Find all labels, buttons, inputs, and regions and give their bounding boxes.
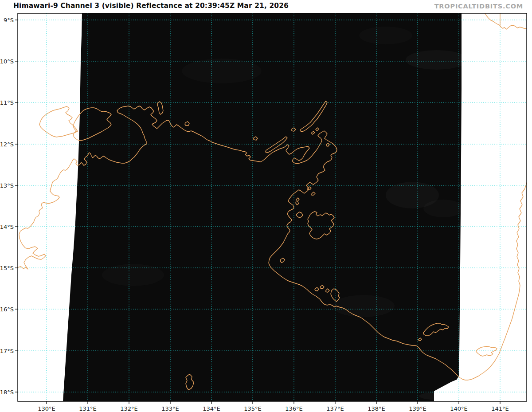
lon-tick-label: 138°E <box>368 405 385 412</box>
lat-tick-label: 18°S <box>0 389 14 396</box>
lat-tick-label: 10°S <box>0 58 14 65</box>
lon-tick-label: 136°E <box>285 405 303 412</box>
lat-tick-label: 12°S <box>0 141 14 148</box>
cloud-wisp <box>359 27 412 44</box>
lat-tick-label: 15°S <box>0 265 14 271</box>
cloud-wisp <box>406 50 468 70</box>
cloud-wisp <box>332 295 395 317</box>
lon-tick-label: 130°E <box>38 405 55 412</box>
lon-tick-label: 133°E <box>161 405 179 412</box>
cloud-wisp <box>102 264 164 286</box>
lon-tick-label: 139°E <box>409 405 426 412</box>
lat-tick-label: 16°S <box>0 306 14 313</box>
satellite-map-canvas: 9°S10°S11°S12°S13°S14°S15°S16°S17°S18°S1… <box>0 0 532 412</box>
cloud-wisp <box>182 59 262 83</box>
lat-tick-label: 13°S <box>0 182 14 189</box>
lon-tick-label: 135°E <box>244 405 262 412</box>
lat-tick-label: 9°S <box>4 17 14 24</box>
lon-tick-label: 141°E <box>491 405 509 412</box>
lon-tick-label: 132°E <box>120 405 138 412</box>
lat-tick-label: 17°S <box>0 348 14 354</box>
lat-tick-label: 11°S <box>0 99 14 106</box>
lon-tick-label: 140°E <box>450 405 468 412</box>
lon-tick-label: 134°E <box>203 405 220 412</box>
lat-tick-label: 14°S <box>0 224 14 230</box>
cloud-wisp <box>423 200 463 217</box>
lon-tick-label: 137°E <box>326 405 344 412</box>
lon-tick-label: 131°E <box>79 405 97 412</box>
